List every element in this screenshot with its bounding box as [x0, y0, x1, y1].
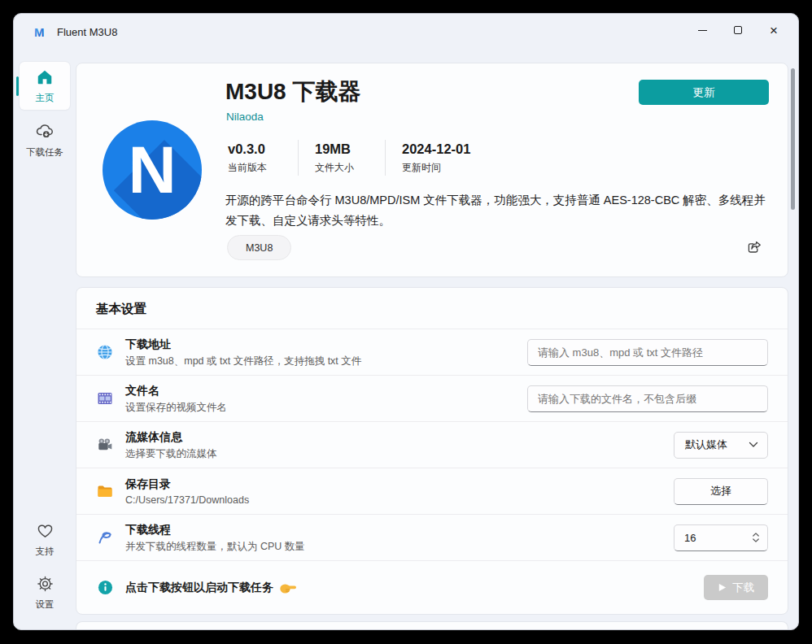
setting-title: 下载地址: [125, 337, 516, 351]
sidebar-item-label: 下载任务: [20, 146, 70, 159]
stat-version: v0.3.0 当前版本: [228, 141, 291, 175]
knot-icon: [96, 529, 114, 546]
stat-updated: 2024-12-01 更新时间: [402, 141, 470, 175]
setting-row-stream-media: 流媒体信息 选择要下载的流媒体 默认媒体: [76, 421, 788, 468]
sidebar-item-label: 主页: [20, 92, 70, 104]
choose-directory-button[interactable]: 选择: [674, 478, 768, 505]
setting-subtitle: 并发下载的线程数量，默认为 CPU 数量: [125, 540, 662, 554]
sidebar-item-support[interactable]: 支持: [20, 516, 70, 564]
cloud-download-icon: [35, 121, 55, 141]
folder-icon: [96, 483, 114, 499]
info-icon: [96, 580, 114, 595]
setting-subtitle: 设置保存的视频文件名: [125, 401, 516, 415]
sidebar-item-home[interactable]: 主页: [20, 62, 70, 110]
next-section-card: [76, 621, 788, 630]
svg-text:M: M: [34, 25, 45, 38]
globe-icon: [96, 344, 114, 360]
setting-text: 下载地址 设置 m3u8、mpd 或 txt 文件路径，支持拖拽 txt 文件: [125, 337, 516, 368]
stat-value: 19MB: [315, 141, 378, 157]
app-stats: v0.3.0 当前版本 19MB 文件大小 2024-12-01 更新时间: [228, 140, 470, 176]
titlebar[interactable]: M Fluent M3U8 ×: [14, 14, 798, 50]
play-icon: [718, 583, 727, 592]
setting-text: 文件名 设置保存的视频文件名: [125, 383, 516, 415]
main-content: N M3U8 下载器 Nilaoda 更新 v0.3.0 当前版本 19MB 文…: [76, 50, 788, 630]
app-icon: N: [103, 120, 202, 220]
sidebar-item-label: 设置: [20, 598, 70, 611]
setting-title: 保存目录: [125, 476, 662, 491]
setting-title: 下载线程: [125, 522, 662, 537]
media-select-dropdown[interactable]: 默认媒体: [674, 432, 768, 459]
settings-header: 基本设置: [76, 288, 788, 329]
movie-camera-icon: [96, 437, 114, 453]
stat-value: v0.3.0: [228, 141, 291, 157]
close-icon: ×: [770, 24, 778, 37]
tag-m3u8: M3U8: [227, 235, 291, 260]
app-info-card: N M3U8 下载器 Nilaoda 更新 v0.3.0 当前版本 19MB 文…: [76, 63, 788, 277]
maximize-icon: [734, 26, 742, 34]
author-link[interactable]: Nilaoda: [226, 111, 264, 123]
setting-title: 文件名: [125, 383, 516, 398]
thread-count-stepper[interactable]: [674, 524, 768, 551]
setting-row-download-url: 下载地址 设置 m3u8、mpd 或 txt 文件路径，支持拖拽 txt 文件: [76, 329, 788, 375]
page-title: M3U8 下载器: [225, 76, 360, 107]
setting-row-filename: 文件名 设置保存的视频文件名: [76, 375, 788, 421]
setting-subtitle: 选择要下载的流媒体: [125, 447, 662, 461]
setting-subtitle: 设置 m3u8、mpd 或 txt 文件路径，支持拖拽 txt 文件: [125, 355, 516, 368]
close-button[interactable]: ×: [756, 18, 792, 42]
share-icon: [746, 239, 762, 255]
setting-row-threads: 下载线程 并发下载的线程数量，默认为 CPU 数量: [76, 514, 788, 560]
sidebar-item-download-tasks[interactable]: 下载任务: [20, 115, 70, 164]
basic-settings-card: 基本设置 下载地址: [76, 287, 788, 615]
stat-filesize: 19MB 文件大小: [315, 141, 378, 175]
hint-message: 点击下载按钮以启动下载任务: [125, 581, 273, 595]
setting-text: 保存目录 C:/Users/17371/Downloads: [125, 476, 662, 506]
thread-count-input[interactable]: [674, 526, 731, 550]
spinner-arrows-icon: [751, 529, 761, 546]
app-logo-icon: M: [33, 25, 48, 38]
setting-text: 流媒体信息 选择要下载的流媒体: [125, 429, 662, 461]
stat-value: 2024-12-01: [402, 141, 470, 157]
window-title: Fluent M3U8: [57, 26, 117, 38]
desktop-background: M Fluent M3U8 × 主页: [0, 0, 812, 644]
update-button[interactable]: 更新: [639, 80, 769, 105]
setting-title: 流媒体信息: [125, 429, 662, 444]
share-button[interactable]: [746, 239, 762, 255]
app-window: M Fluent M3U8 × 主页: [13, 13, 799, 630]
stat-divider: [385, 140, 386, 176]
app-icon-letter: N: [103, 120, 202, 220]
download-button[interactable]: 下载: [704, 575, 768, 600]
minimize-icon: [698, 30, 707, 31]
stat-label: 更新时间: [402, 161, 470, 175]
chevron-down-icon: [749, 442, 758, 448]
heart-icon: [36, 522, 55, 540]
setting-text: 下载线程 并发下载的线程数量，默认为 CPU 数量: [125, 522, 662, 554]
stat-label: 当前版本: [228, 161, 291, 175]
save-path: C:/Users/17371/Downloads: [125, 494, 662, 506]
app-description: 开源的跨平台命令行 M3U8/MPD/ISM 文件下载器，功能强大，支持普通 A…: [225, 190, 768, 231]
stat-divider: [298, 140, 299, 176]
maximize-button[interactable]: [720, 18, 756, 42]
stat-label: 文件大小: [315, 161, 378, 175]
setting-row-save-directory: 保存目录 C:/Users/17371/Downloads 选择: [76, 468, 788, 514]
gear-icon: [36, 575, 55, 593]
film-frames-icon: [96, 390, 114, 407]
sidebar: 主页 下载任务: [14, 50, 76, 629]
home-icon: [36, 68, 54, 86]
sidebar-item-settings[interactable]: 设置: [20, 568, 70, 616]
download-button-label: 下载: [732, 581, 754, 595]
minimize-button[interactable]: [684, 18, 720, 42]
filename-input[interactable]: [527, 385, 768, 412]
pointing-finger-icon: [279, 581, 297, 595]
window-controls: ×: [684, 18, 792, 42]
sidebar-item-label: 支持: [20, 546, 70, 558]
media-select-value: 默认媒体: [685, 437, 727, 452]
download-hint-row: 点击下载按钮以启动下载任务 下载: [76, 560, 788, 614]
download-url-input[interactable]: [527, 339, 768, 366]
active-indicator: [16, 76, 19, 96]
download-hint-text: 点击下载按钮以启动下载任务: [125, 581, 297, 595]
scrollbar[interactable]: [791, 68, 795, 210]
